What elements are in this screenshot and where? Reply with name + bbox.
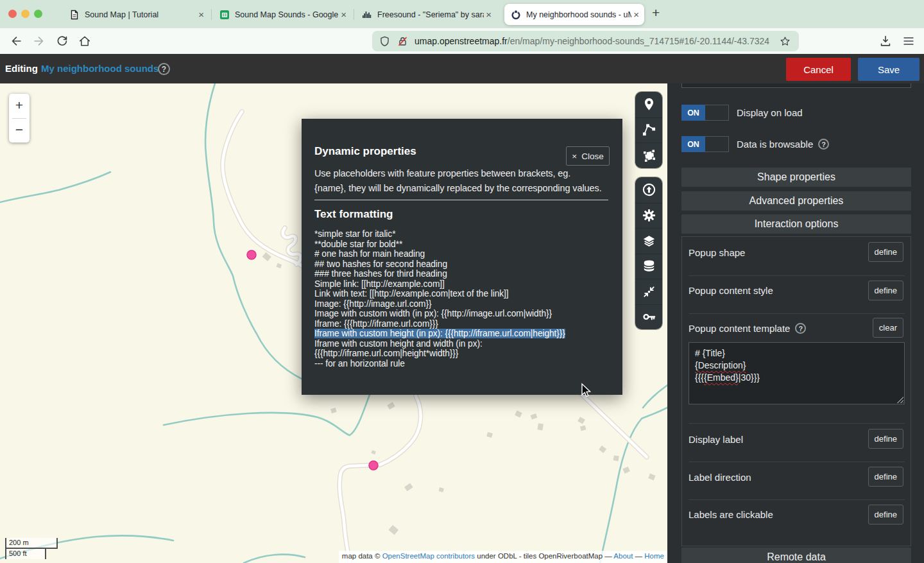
dialog-close-button[interactable]: ×Close <box>566 146 610 166</box>
edit-bounds-button[interactable] <box>635 279 662 304</box>
tab-google-sheets[interactable]: Sound Map Sounds - Google Sh × <box>213 4 352 25</box>
map-title[interactable]: My neighborhood sounds <box>41 63 158 74</box>
tab-umap-active[interactable]: My neighborhood sounds - uMap × <box>504 4 644 25</box>
update-permissions-button[interactable] <box>635 304 662 330</box>
formatting-help-list: *simple star for italic* **double star f… <box>314 229 565 368</box>
labels-clickable-define-button[interactable]: define <box>868 505 903 524</box>
interaction-options-panel: Popup shape define Popup content style d… <box>681 236 911 546</box>
scale-imperial: 500 ft <box>5 549 46 559</box>
scale-metric: 200 m <box>5 538 58 549</box>
google-sheets-icon <box>219 10 230 20</box>
shield-icon[interactable] <box>379 35 391 48</box>
home-icon[interactable] <box>78 34 92 48</box>
umap-icon <box>511 10 521 20</box>
tab-title: Sound Map | Tutorial <box>85 10 196 19</box>
section-remote-data[interactable]: Remote data <box>681 548 911 563</box>
url-text: umap.openstreetmap.fr/en/map/my-neighbor… <box>415 36 774 46</box>
display-on-load-toggle[interactable]: ON <box>681 105 729 121</box>
manage-layers-button[interactable] <box>635 228 662 254</box>
popup-shape-define-button[interactable]: define <box>868 242 903 262</box>
tab-bar: Sound Map | Tutorial × Sound Map Sounds … <box>0 0 924 28</box>
map-settings-button[interactable] <box>635 203 662 229</box>
tab-freesound[interactable]: Freesound - "Seriema" by sarala × <box>355 4 497 25</box>
zoom-in-button[interactable]: + <box>9 94 30 118</box>
close-tab-icon[interactable]: × <box>486 10 492 19</box>
draw-polygon-button[interactable] <box>635 143 662 168</box>
text-formatting-heading: Text formatting <box>314 208 393 221</box>
menu-icon[interactable] <box>902 34 916 48</box>
bookmark-star-icon[interactable] <box>779 35 791 48</box>
back-icon[interactable] <box>9 34 23 48</box>
resize-grip[interactable] <box>896 396 903 403</box>
polyline-icon <box>642 123 656 137</box>
dialog-intro-text: Use placeholders with feature properties… <box>314 166 602 195</box>
help-icon[interactable]: ? <box>818 139 829 150</box>
document-icon <box>69 10 80 20</box>
freesound-icon <box>362 10 372 20</box>
change-tilelayer-button[interactable] <box>635 254 662 279</box>
draw-marker-button[interactable] <box>635 92 662 117</box>
close-tab-icon[interactable]: × <box>198 10 204 19</box>
close-window-button[interactable] <box>8 10 17 18</box>
import-data-button[interactable] <box>635 177 662 203</box>
display-label-define-button[interactable]: define <box>868 429 903 449</box>
label-direction-define-button[interactable]: define <box>868 467 903 487</box>
new-tab-button[interactable]: + <box>652 5 660 21</box>
popup-content-template-clear-button[interactable]: clear <box>873 318 903 338</box>
editing-label: Editing <box>5 63 38 74</box>
draw-toolbar <box>635 92 662 168</box>
tab-title: Sound Map Sounds - Google Sh <box>235 10 339 19</box>
popup-shape-label: Popup shape <box>689 245 745 261</box>
gear-icon <box>642 208 656 223</box>
zoom-out-button[interactable]: − <box>9 118 30 143</box>
downloads-icon[interactable] <box>878 34 893 48</box>
url-path: /en/map/my-neighborhood-sounds_714715#16… <box>508 36 769 46</box>
save-button[interactable]: Save <box>858 58 920 81</box>
url-domain: umap.openstreetmap.fr <box>415 36 508 46</box>
data-is-browsable-label: Data is browsable? <box>737 136 829 152</box>
upload-icon <box>642 182 656 197</box>
browser-window: Sound Map | Tutorial × Sound Map Sounds … <box>0 0 924 563</box>
popup-content-style-define-button[interactable]: define <box>868 281 903 300</box>
key-icon <box>642 309 656 324</box>
url-bar[interactable]: umap.openstreetmap.fr/en/map/my-neighbor… <box>372 31 799 51</box>
map-attribution: map data © OpenStreetMap contributors un… <box>339 551 667 563</box>
label-direction-label: Label direction <box>689 469 751 485</box>
marker-icon <box>642 97 656 112</box>
section-shape-properties[interactable]: Shape properties <box>681 168 911 187</box>
tab-sound-map-tutorial[interactable]: Sound Map | Tutorial × <box>63 4 209 25</box>
osm-contributors-link[interactable]: OpenStreetMap contributors <box>382 552 475 560</box>
lock-disabled-icon[interactable] <box>397 35 409 48</box>
close-tab-icon[interactable]: × <box>341 10 346 19</box>
layer-name-input[interactable] <box>681 83 911 88</box>
help-icon[interactable]: ? <box>795 323 806 334</box>
map-tools-toolbar <box>635 177 662 329</box>
data-is-browsable-toggle[interactable]: ON <box>681 136 729 152</box>
tab-title: Freesound - "Seriema" by sarala <box>377 10 484 19</box>
dynamic-properties-dialog: Dynamic properties ×Close Use placeholde… <box>302 119 622 395</box>
cancel-button[interactable]: Cancel <box>786 58 851 81</box>
close-tab-icon[interactable]: × <box>633 10 639 19</box>
polygon-icon <box>642 148 656 163</box>
popup-content-template-textarea[interactable]: # {Title} {Description} {{{{Embed}|30}}} <box>689 342 905 404</box>
edit-properties-panel: ON Display on load ON Data is browsable?… <box>667 83 924 563</box>
section-interaction-options[interactable]: Interaction options <box>681 214 911 234</box>
display-label-label: Display label <box>689 431 743 447</box>
popup-content-template-label: Popup content template? <box>689 320 806 336</box>
display-on-load-label: Display on load <box>737 105 803 121</box>
section-advanced-properties[interactable]: Advanced properties <box>681 191 911 211</box>
minimize-window-button[interactable] <box>21 10 30 18</box>
about-link[interactable]: About <box>613 552 633 560</box>
home-link[interactable]: Home <box>644 552 664 560</box>
forward-icon[interactable] <box>32 34 46 48</box>
selected-help-line: Iframe with custom height (in px): {{{ht… <box>314 329 565 338</box>
close-icon: × <box>572 152 577 161</box>
draw-polyline-button[interactable] <box>635 117 662 143</box>
dialog-title: Dynamic properties <box>314 145 416 158</box>
labels-clickable-label: Labels are clickable <box>689 507 773 523</box>
maximize-window-button[interactable] <box>34 10 42 18</box>
help-icon[interactable]: ? <box>158 63 170 75</box>
reload-icon[interactable] <box>55 34 69 48</box>
layers-icon <box>642 234 656 248</box>
mouse-cursor <box>579 383 592 398</box>
